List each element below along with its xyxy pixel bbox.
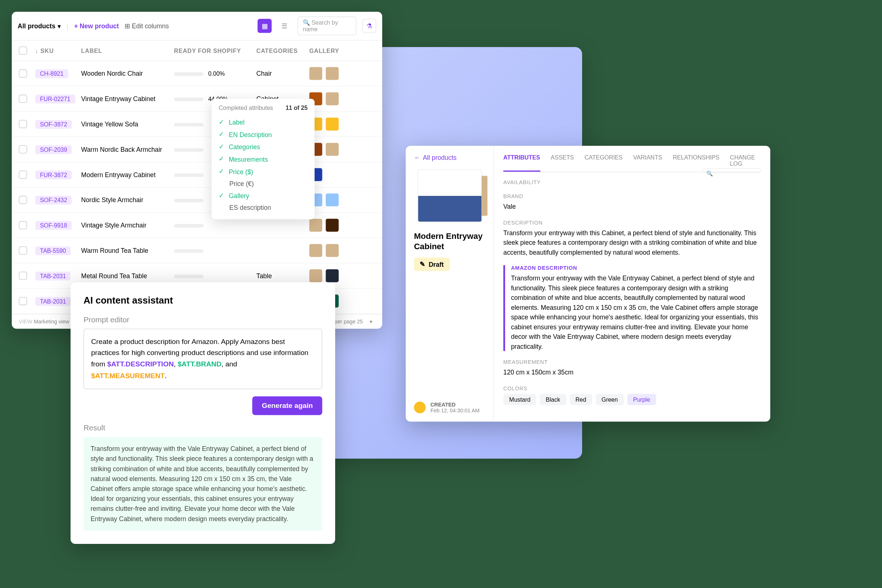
table-row[interactable]: SOF-9918 Vintage Style Armchair bbox=[12, 213, 382, 238]
product-label: Metal Round Tea Table bbox=[81, 272, 174, 279]
thumbnail[interactable] bbox=[326, 92, 339, 105]
tab-assets[interactable]: ASSETS bbox=[551, 154, 574, 172]
thumbnail[interactable] bbox=[326, 193, 339, 206]
row-checkbox[interactable] bbox=[19, 120, 27, 128]
row-checkbox[interactable] bbox=[19, 221, 27, 230]
sku-badge[interactable]: TAB-2031 bbox=[35, 271, 70, 280]
thumbnail[interactable] bbox=[326, 118, 339, 130]
sku-badge[interactable]: TAB-2031 bbox=[35, 297, 70, 305]
row-checkbox[interactable] bbox=[19, 69, 27, 78]
search-input[interactable]: 🔍 Search by name bbox=[298, 16, 357, 35]
sku-badge[interactable]: SOF-2432 bbox=[35, 195, 72, 204]
thumbnail[interactable] bbox=[326, 244, 339, 257]
edit-columns-button[interactable]: Edit columns bbox=[124, 22, 169, 30]
color-chip[interactable]: Red bbox=[570, 394, 592, 405]
thumbnail[interactable] bbox=[309, 244, 322, 257]
product-label: Modern Entryway Cabinet bbox=[81, 171, 174, 178]
table-row[interactable]: FUR-02271 Vintage Entryway Cabinet 44.00… bbox=[12, 86, 382, 112]
attribute-item: EN Description bbox=[219, 128, 308, 141]
row-checkbox[interactable] bbox=[19, 145, 27, 153]
color-chip[interactable]: Black bbox=[540, 394, 566, 405]
list-view-icon[interactable]: ☰ bbox=[278, 19, 291, 33]
token-description: $ATT.DESCRIPTION bbox=[107, 360, 174, 368]
product-detail-panel: All products Modern Entryway Cabinet Dra… bbox=[406, 146, 770, 422]
table-row[interactable]: FUR-3872 Modern Entryway Cabinet bbox=[12, 162, 382, 188]
sku-badge[interactable]: SOF-2039 bbox=[35, 145, 72, 154]
progress-bar bbox=[174, 249, 204, 253]
generate-again-button[interactable]: Generate again bbox=[252, 396, 322, 415]
filter-dropdown[interactable]: All products bbox=[18, 22, 61, 29]
attribute-item: Price ($) bbox=[219, 165, 308, 178]
result-label: Result bbox=[83, 423, 322, 432]
row-checkbox[interactable] bbox=[19, 171, 27, 178]
sku-badge[interactable]: SOF-9918 bbox=[35, 221, 72, 230]
attribute-item: Label bbox=[219, 116, 308, 128]
measurement-value: 120 cm x 150cm x 35cm bbox=[504, 368, 761, 377]
thumbnail[interactable] bbox=[326, 168, 339, 181]
table-row[interactable]: CH-8921 Wooden Nordic Chair 0.00% Chair bbox=[12, 61, 382, 86]
row-checkbox[interactable] bbox=[19, 272, 27, 280]
filter-icon[interactable]: ⚗ bbox=[362, 19, 376, 33]
thumbnail[interactable] bbox=[326, 219, 339, 231]
product-label: Nordic Style Armchair bbox=[81, 196, 174, 203]
grid-view-icon[interactable]: ▦ bbox=[258, 19, 272, 33]
ai-assistant-panel: AI content assistant Prompt editor Creat… bbox=[70, 282, 335, 544]
progress-bar bbox=[174, 123, 204, 127]
sku-badge[interactable]: TAB-5590 bbox=[35, 246, 70, 255]
thumbnail[interactable] bbox=[326, 67, 339, 80]
color-chip[interactable]: Green bbox=[596, 394, 624, 405]
color-chip[interactable]: Mustard bbox=[504, 394, 537, 405]
attribute-item: ES description bbox=[219, 202, 308, 213]
token-brand: $ATT.BRAND bbox=[177, 360, 221, 368]
color-chips: MustardBlackRedGreenPurple bbox=[504, 394, 761, 405]
new-product-button[interactable]: New product bbox=[74, 22, 119, 29]
table-row[interactable]: SOF-2039 Warm Nordic Back Armchair bbox=[12, 137, 382, 162]
thumbnail[interactable] bbox=[309, 67, 322, 80]
token-measurement: $ATT.MEASUREMENT bbox=[91, 372, 165, 380]
product-label: Vintage Style Armchair bbox=[81, 222, 174, 229]
prompt-editor[interactable]: Create a product description for Amazon.… bbox=[83, 328, 322, 389]
product-image bbox=[417, 170, 482, 222]
row-checkbox[interactable] bbox=[19, 297, 27, 305]
attribute-item: Categories bbox=[219, 140, 308, 153]
table-row[interactable]: SOF-3872 Vintage Yellow Sofa bbox=[12, 112, 382, 137]
sku-badge[interactable]: SOF-3872 bbox=[35, 120, 72, 129]
row-checkbox[interactable] bbox=[19, 196, 27, 204]
select-all-checkbox[interactable] bbox=[19, 46, 27, 54]
product-label: Warm Round Tea Table bbox=[81, 247, 174, 254]
created-meta: CREATEDFeb 12, 04:30:01 AM bbox=[414, 401, 480, 413]
back-link[interactable]: All products bbox=[414, 154, 485, 161]
avatar bbox=[414, 401, 426, 413]
progress-bar bbox=[174, 98, 204, 101]
progress-bar bbox=[174, 72, 204, 76]
tab-variants[interactable]: VARIANTS bbox=[633, 154, 662, 172]
table-row[interactable]: SOF-2432 Nordic Style Armchair bbox=[12, 188, 382, 213]
attribute-item: Mesurements bbox=[219, 153, 308, 165]
attribute-search-input[interactable] bbox=[702, 168, 761, 173]
table-row[interactable]: TAB-5590 Warm Round Tea Table bbox=[12, 238, 382, 264]
progress-bar bbox=[174, 274, 204, 278]
product-label: Wooden Nordic Chair bbox=[81, 70, 174, 77]
table-header: ↓ SKU LABEL READY FOR SHOPIFY CATEGORIES… bbox=[12, 40, 382, 62]
tab-categories[interactable]: CATEGORIES bbox=[585, 154, 623, 172]
amazon-description-value: Transform your entryway with the Vale En… bbox=[511, 273, 761, 351]
thumbnail[interactable] bbox=[309, 219, 322, 231]
product-label: Vintage Entryway Cabinet bbox=[81, 95, 174, 102]
attributes-popover: Completed attributes11 of 25 LabelEN Des… bbox=[212, 99, 315, 219]
category-cell: Chair bbox=[256, 70, 309, 77]
thumbnail[interactable] bbox=[309, 269, 322, 282]
progress-percent: 0.00% bbox=[208, 70, 225, 77]
progress-bar bbox=[174, 174, 204, 177]
row-checkbox[interactable] bbox=[19, 246, 27, 254]
row-checkbox[interactable] bbox=[19, 95, 27, 103]
availability-label: AVAILABILITY bbox=[504, 179, 761, 185]
color-chip[interactable]: Purple bbox=[627, 394, 656, 405]
ai-title: AI content assistant bbox=[83, 295, 322, 306]
tab-attributes[interactable]: ATTRIBUTES bbox=[504, 154, 540, 172]
draft-badge[interactable]: Draft bbox=[414, 258, 450, 271]
thumbnail[interactable] bbox=[326, 269, 339, 282]
sku-badge[interactable]: CH-8921 bbox=[35, 69, 68, 78]
sku-badge[interactable]: FUR-3872 bbox=[35, 170, 72, 179]
sku-badge[interactable]: FUR-02271 bbox=[35, 94, 75, 103]
thumbnail[interactable] bbox=[326, 143, 339, 156]
